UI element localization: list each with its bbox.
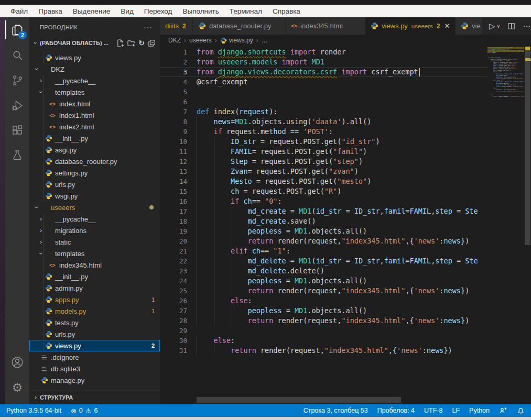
tab-diiits[interactable]: diiits2 — [160, 17, 193, 35]
tree-item-urls-py[interactable]: urls.py — [29, 179, 160, 190]
code-line-3[interactable]: 3from django.views.decorators.csrf impor… — [160, 67, 487, 77]
split-editor-button[interactable] — [507, 23, 515, 30]
eol-status[interactable]: LF — [452, 407, 460, 414]
menu-item-3[interactable]: Выделение — [68, 7, 116, 15]
tree-item-views-py[interactable]: views.py2 — [29, 340, 160, 351]
tree-item-admin-py[interactable]: admin.py — [29, 282, 160, 294]
tree-item--dcignore[interactable]: .dcignore — [29, 351, 160, 363]
code-line-20[interactable]: 20 return render(request,"index345.html"… — [160, 236, 487, 246]
menu-item-4[interactable]: Вид — [115, 7, 138, 15]
tree-item-wsgi-py[interactable]: wsgi.py — [29, 190, 160, 202]
tree-item-templates[interactable]: ›templates — [29, 248, 160, 259]
code-line-24[interactable]: 24 peopless = MD1.objects.all() — [160, 276, 487, 286]
code-line-23[interactable]: 23 md_delete.delete() — [160, 266, 487, 276]
menu-item-6[interactable]: Выполнить — [177, 7, 224, 15]
tree-item--pycache-[interactable]: ›__pycache__ — [29, 75, 160, 86]
menu-item-5[interactable]: Переход — [139, 7, 178, 15]
run-debug-activity-button[interactable] — [5, 93, 29, 118]
new-folder-icon[interactable] — [127, 39, 135, 47]
tab-database-roouter-py[interactable]: database_roouter.py — [193, 17, 286, 35]
breadcrumb-item-4[interactable]: … — [262, 37, 268, 44]
code-line-5[interactable]: 5 — [160, 87, 487, 97]
tree-item-index345-html[interactable]: <>index345.html — [29, 259, 160, 271]
horizontal-scrollbar[interactable] — [160, 397, 487, 403]
tree-item--init-py[interactable]: __init__.py — [29, 271, 160, 282]
python-interpreter-status[interactable]: Python 3.9.5 64-bit — [6, 407, 61, 414]
tree-item-database-roouter-py[interactable]: database_roouter.py — [29, 156, 160, 167]
chevron-down-icon[interactable]: › — [33, 65, 40, 73]
breadcrumb-item-1[interactable]: DKZ — [168, 37, 181, 44]
code-line-9[interactable]: 9 if request.method == 'POST': — [160, 127, 487, 137]
code-line-12[interactable]: 12 Step = request.POST.get("step") — [160, 157, 487, 167]
explorer-more-actions-icon[interactable]: ··· — [144, 23, 153, 31]
run-python-file-button[interactable]: ▷∨ — [489, 21, 500, 31]
menu-item-7[interactable]: Терминал — [224, 7, 267, 15]
testing-activity-button[interactable] — [5, 143, 29, 168]
more-actions-button[interactable]: ⋯ — [523, 21, 530, 31]
code-line-27[interactable]: 27 peopless = MD1.objects.all() — [160, 306, 487, 316]
code-line-22[interactable]: 22 md_delete = MD1(id_str = ID_str,famil… — [160, 256, 487, 266]
tree-item-useeers[interactable]: ›useeers — [29, 202, 160, 213]
tree-item--pycache-[interactable]: ›__pycache__ — [29, 213, 160, 225]
tree-item-models-py[interactable]: models.py1 — [29, 305, 160, 317]
tab-index345-html[interactable]: <>index345.html — [286, 17, 365, 35]
chevron-down-icon[interactable]: › — [37, 88, 45, 96]
language-mode-status[interactable]: Python — [469, 407, 490, 414]
code-line-21[interactable]: 21 elif ch== "1": — [160, 246, 487, 256]
source-control-activity-button[interactable] — [5, 68, 29, 93]
code-line-2[interactable]: 2from useeers.models import MD1 — [160, 57, 487, 67]
tree-item-apps-py[interactable]: apps.py1 — [29, 294, 160, 305]
tree-item-tests-py[interactable]: tests.py — [29, 317, 160, 328]
tree-item-asgi-py[interactable]: asgi.py — [29, 144, 160, 156]
code-line-14[interactable]: 14 Mesto = request.POST.get("mesto") — [160, 176, 487, 186]
breadcrumb-item-2[interactable]: useeers — [189, 37, 212, 44]
menu-item-8[interactable]: Справка — [267, 7, 306, 15]
tree-item-urls-py[interactable]: urls.py — [29, 328, 160, 340]
code-line-17[interactable]: 17 md_create = MD1(id_str = ID_str,famil… — [160, 206, 487, 216]
tab-vie[interactable]: vie — [456, 17, 483, 35]
minimap[interactable]: from django.shortcuts import renderfrom … — [487, 47, 524, 393]
tab-views-py[interactable]: views.pyuseeers2✕ — [365, 17, 456, 35]
tree-item-templates[interactable]: ›templates — [29, 86, 160, 98]
code-line-16[interactable]: 16 if ch== "0": — [160, 196, 487, 206]
cursor-position-status[interactable]: Строка 3, столбец 53 — [304, 407, 368, 414]
code-line-10[interactable]: 10 ID_str = request.POST.get("id_str") — [160, 137, 487, 147]
chevron-down-icon[interactable]: › — [37, 249, 45, 258]
tree-item-manage-py[interactable]: manage.py — [29, 374, 160, 386]
explorer-activity-button[interactable]: 2 — [5, 17, 29, 42]
tree-item-index1-html[interactable]: <>index1.html — [29, 109, 160, 121]
workspace-section-header[interactable]: › (РАБОЧАЯ ОБЛАСТЬ) ... ↻ — [29, 37, 160, 49]
code-line-25[interactable]: 25 return render(request,"index345.html"… — [160, 286, 487, 296]
tree-item--init-py[interactable]: __init__.py — [29, 132, 160, 144]
code-line-11[interactable]: 11 FAMIL= request.POST.get("famil") — [160, 147, 487, 157]
tree-item-db-sqlite3[interactable]: db.sqlite3 — [29, 363, 160, 374]
code-line-15[interactable]: 15 ch = request.POST.get("R") — [160, 186, 487, 196]
collapse-all-icon[interactable] — [148, 39, 156, 47]
code-line-7[interactable]: 7def index(request): — [160, 107, 487, 117]
code-line-26[interactable]: 26 else: — [160, 296, 487, 306]
code-line-31[interactable]: 31 return render(request,"index345.html"… — [160, 346, 487, 356]
code-line-4[interactable]: 4@csrf_exempt — [160, 77, 487, 87]
code-line-19[interactable]: 19 peopless = MD1.objects.all() — [160, 226, 487, 236]
menu-item-1[interactable]: Файл — [5, 7, 33, 15]
extensions-activity-button[interactable] — [5, 118, 29, 143]
menu-item-2[interactable]: Правка — [33, 7, 68, 15]
code-line-13[interactable]: 13 Zvan= request.POST.get("zvan") — [160, 167, 487, 176]
code-editor[interactable]: 1from django.shortcuts import render2fro… — [160, 46, 531, 404]
tree-item-index-html[interactable]: <>index.html — [29, 98, 160, 109]
account-button[interactable] — [5, 350, 29, 375]
tree-item-migrations[interactable]: ›migrations — [29, 225, 160, 236]
notifications-bell-icon[interactable] — [517, 407, 525, 415]
code-pane[interactable]: 1from django.shortcuts import render2fro… — [160, 47, 487, 404]
code-line-18[interactable]: 18 md_create.save() — [160, 216, 487, 226]
tree-item-index2-html[interactable]: <>index2.html — [29, 121, 160, 132]
horizontal-scrollbar-thumb[interactable] — [197, 397, 401, 403]
code-line-6[interactable]: 6 — [160, 97, 487, 107]
code-line-28[interactable]: 28 return render(request,"index345.html"… — [160, 316, 487, 326]
encoding-status[interactable]: UTF-8 — [424, 407, 442, 414]
problems-status[interactable]: ⊗ 0 ⚠ 6 — [71, 407, 97, 415]
settings-button[interactable]: ⚙ — [5, 375, 29, 400]
tree-item-settings-py[interactable]: settings.py — [29, 167, 160, 179]
tree-item-dkz[interactable]: ›DKZ — [29, 63, 160, 75]
outline-section-header[interactable]: › СТРУКТУРА — [29, 391, 160, 404]
